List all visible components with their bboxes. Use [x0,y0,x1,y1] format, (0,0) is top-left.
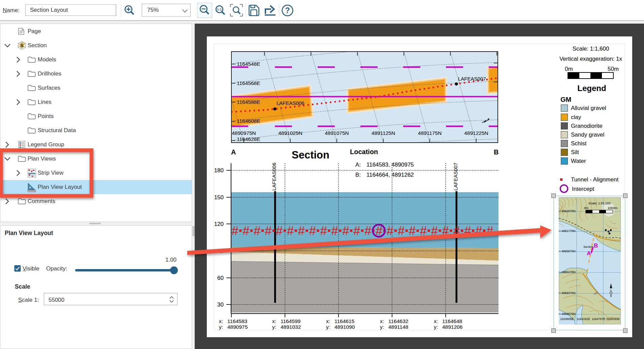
svg-text:B: B [594,242,598,249]
svg-text:A: A [231,148,236,156]
svg-text:A: A [587,250,591,257]
svg-text:#: # [464,224,471,238]
svg-text:x: 1164599: x: 1164599 [272,318,300,324]
svg-text:y: 4891032: y: 4891032 [272,324,301,330]
svg-text:1164181E: 1164181E [577,317,590,321]
svg-text:#: # [431,224,438,238]
svg-text:x: 1164648: x: 1164648 [434,318,462,324]
svg-text:#: # [453,224,460,238]
svg-text:#: # [342,224,349,238]
svg-text:4891175N: 4891175N [418,130,442,136]
svg-text:4890175N: 4890175N [561,270,576,274]
svg-text:S: S [20,43,23,48]
svg-text:#: # [442,224,449,238]
svg-text:B:: B: [355,172,361,178]
svg-text:1164757E: 1164757E [592,317,605,321]
svg-text:4891075N: 4891075N [325,130,349,136]
svg-text:1163805E: 1163805E [560,317,574,321]
svg-text:#: # [331,224,338,238]
svg-text:#: # [243,224,250,238]
svg-text:90: 90 [217,248,224,254]
svg-text:120: 120 [214,221,224,227]
svg-text:#: # [287,224,294,238]
svg-text:Location: Location [350,148,378,155]
svg-text:LAFEAS006: LAFEAS006 [277,100,304,106]
svg-text:4890975N: 4890975N [232,130,256,136]
svg-text:#: # [320,224,327,238]
svg-text:4891775N: 4891775N [561,229,576,233]
svg-text:Scale: 1:55,000: Scale: 1:55,000 [588,201,611,205]
svg-text:#: # [353,224,360,238]
svg-text:#: # [231,224,238,238]
svg-text:4888575N: 4888575N [561,312,576,316]
svg-text:1:1: 1:1 [217,7,222,11]
svg-text:#: # [298,224,305,238]
svg-text:#: # [264,224,271,238]
svg-text:#: # [475,224,482,238]
svg-text:#: # [397,224,405,238]
svg-text:1164568E: 1164568E [237,80,260,86]
svg-text:?: ? [285,6,290,15]
svg-text:30: 30 [217,301,224,308]
svg-text:4889375N: 4889375N [561,291,576,295]
svg-text:y: 4890975: y: 4890975 [219,324,248,330]
svg-text:4891125N: 4891125N [372,130,395,136]
svg-text:Section: Section [583,245,593,249]
svg-text:y: 4891206: y: 4891206 [434,324,462,330]
svg-text:LAFEAS007: LAFEAS007 [458,76,486,82]
svg-text:y: 4891090: y: 4891090 [326,324,355,330]
svg-text:1165333E: 1165333E [606,317,620,321]
svg-text:150: 150 [214,194,224,201]
svg-text:x: 1164583: x: 1164583 [219,318,247,324]
svg-text:1164588E: 1164588E [237,99,260,105]
svg-text:LAFEAS007: LAFEAS007 [453,163,458,191]
svg-text:0m: 0m [584,206,588,210]
svg-text:4891025N: 4891025N [278,130,302,136]
svg-text:#: # [386,224,393,238]
svg-text:#: # [364,224,372,238]
svg-text:1164664, 4891262: 1164664, 4891262 [366,172,414,178]
svg-text:N: N [610,289,612,292]
svg-text:1000m: 1000m [608,206,617,210]
svg-text:B: B [494,148,498,156]
svg-text:x: 1164632: x: 1164632 [380,318,408,324]
svg-text:4890975N: 4890975N [561,250,576,253]
svg-text:1164583, 4890975: 1164583, 4890975 [366,162,414,168]
svg-text:4892575N: 4892575N [561,209,576,213]
svg-text:4891225N: 4891225N [464,130,488,136]
svg-text:#: # [254,224,261,238]
svg-text:1164608E: 1164608E [237,118,260,124]
svg-text:60: 60 [217,275,224,281]
svg-text:#: # [409,224,416,238]
svg-text:1164548E: 1164548E [237,61,260,67]
svg-text:LAFEAS006: LAFEAS006 [271,163,277,191]
svg-text:x: 1164615: x: 1164615 [326,318,354,324]
svg-text:Section: Section [292,149,329,161]
svg-text:y: 4891148: y: 4891148 [380,324,408,330]
svg-text:#: # [309,224,316,238]
svg-text:#: # [276,224,283,238]
svg-text:#: # [420,224,427,238]
svg-text:180: 180 [214,167,224,174]
svg-text:A:: A: [355,162,361,168]
svg-text:1164628E: 1164628E [237,136,260,142]
svg-text:#: # [486,224,493,238]
